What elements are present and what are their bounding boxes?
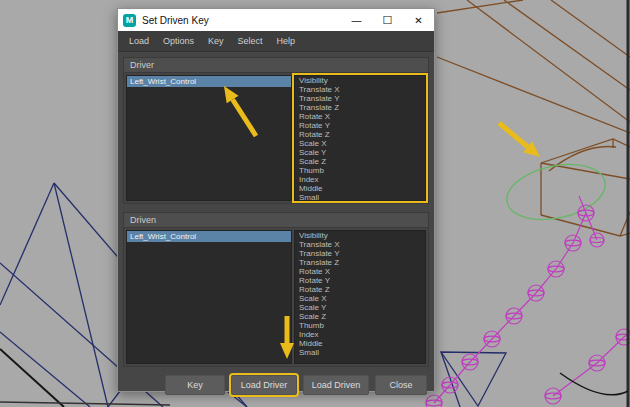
driven-section-header: Driven: [124, 213, 428, 228]
driven-attribute-item[interactable]: Rotate Z: [295, 285, 425, 294]
driven-attribute-item[interactable]: Translate Y: [295, 249, 425, 258]
driver-attribute-item[interactable]: Rotate Z: [295, 130, 425, 139]
key-button[interactable]: Key: [165, 375, 225, 395]
driven-attribute-item[interactable]: Rotate X: [295, 267, 425, 276]
driven-attribute-item[interactable]: Scale X: [295, 294, 425, 303]
driver-attribute-item[interactable]: Translate X: [295, 85, 425, 94]
driven-attribute-item[interactable]: Rotate Y: [295, 276, 425, 285]
driver-attribute-item[interactable]: Translate Z: [295, 103, 425, 112]
green-circle-curve: [502, 156, 611, 228]
driven-section: Driven Left_Wrist_Control VisibilityTran…: [123, 212, 429, 367]
driver-attribute-item[interactable]: Translate Y: [295, 94, 425, 103]
menu-bar: LoadOptionsKeySelectHelp: [118, 31, 434, 52]
set-driven-key-window: M Set Driven Key — ☐ ✕ LoadOptionsKeySel…: [117, 8, 435, 392]
brown-wireframe: [437, 0, 630, 236]
load-driver-button[interactable]: Load Driver: [231, 375, 297, 395]
driven-attribute-item[interactable]: Visibility: [295, 231, 425, 240]
minimize-icon[interactable]: —: [341, 9, 372, 31]
close-icon[interactable]: ✕: [403, 9, 434, 31]
driven-attributes-list: VisibilityTranslate XTranslate YTranslat…: [294, 230, 426, 364]
driver-attributes-list: VisibilityTranslate XTranslate YTranslat…: [294, 75, 426, 201]
driver-lists: Left_Wrist_Control VisibilityTranslate X…: [124, 73, 428, 203]
dialog-body: Driver Left_Wrist_Control VisibilityTran…: [118, 52, 434, 391]
driver-object-item-selected[interactable]: Left_Wrist_Control: [127, 76, 291, 87]
driver-section: Driver Left_Wrist_Control VisibilityTran…: [123, 57, 429, 204]
menu-item[interactable]: Select: [231, 31, 270, 51]
driven-object-item-selected[interactable]: Left_Wrist_Control: [127, 231, 291, 242]
close-button[interactable]: Close: [375, 375, 427, 395]
driver-attribute-item[interactable]: Scale Z: [295, 157, 425, 166]
driver-section-header: Driver: [124, 58, 428, 73]
driven-attribute-item[interactable]: Translate X: [295, 240, 425, 249]
driver-attribute-item[interactable]: Visibility: [295, 76, 425, 85]
driver-attribute-item[interactable]: Rotate X: [295, 112, 425, 121]
driven-attribute-item[interactable]: Middle: [295, 339, 425, 348]
driver-attribute-item[interactable]: Thumb: [295, 166, 425, 175]
load-driven-button[interactable]: Load Driven: [303, 375, 369, 395]
driven-attribute-item[interactable]: Small: [295, 348, 425, 357]
driver-attribute-item[interactable]: Middle: [295, 184, 425, 193]
button-row: Key Load Driver Load Driven Close: [123, 375, 429, 395]
driver-attribute-item[interactable]: Scale X: [295, 139, 425, 148]
driven-attribute-item[interactable]: Scale Z: [295, 312, 425, 321]
maximize-icon[interactable]: ☐: [372, 9, 403, 31]
driven-attribute-item[interactable]: Translate Z: [295, 258, 425, 267]
driver-attribute-item[interactable]: Rotate Y: [295, 121, 425, 130]
menu-item[interactable]: Help: [270, 31, 303, 51]
titlebar[interactable]: M Set Driven Key — ☐ ✕: [118, 9, 434, 31]
driver-objects-list: Left_Wrist_Control: [126, 75, 292, 201]
driver-attribute-item[interactable]: Index: [295, 175, 425, 184]
driver-attribute-item[interactable]: Scale Y: [295, 148, 425, 157]
menu-item[interactable]: Key: [201, 31, 231, 51]
driver-attribute-item[interactable]: Small: [295, 193, 425, 201]
window-title: Set Driven Key: [142, 15, 341, 26]
driven-attribute-item[interactable]: Scale Y: [295, 303, 425, 312]
driven-objects-list: Left_Wrist_Control: [126, 230, 292, 364]
driven-attribute-item[interactable]: Thumb: [295, 321, 425, 330]
menu-item[interactable]: Load: [122, 31, 156, 51]
menu-item[interactable]: Options: [156, 31, 201, 51]
driven-lists: Left_Wrist_Control VisibilityTranslate X…: [124, 228, 428, 366]
driven-attribute-item[interactable]: Index: [295, 330, 425, 339]
maya-app-icon: M: [123, 14, 136, 27]
